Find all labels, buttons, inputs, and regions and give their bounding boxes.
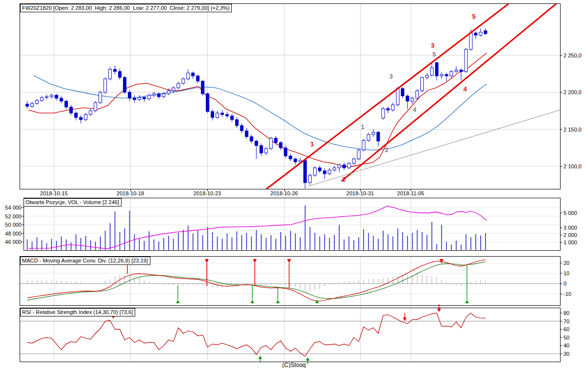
candle-up [30,104,33,106]
rsi-panel-title: RSI - Relative Strength Index (14,30,70)… [20,308,135,316]
copyright-label: (C)Stooq [282,362,306,368]
price-axis-label: 2 250,0 [564,53,582,58]
candle-up [172,88,175,91]
wave-label-gray-1: 1 [361,123,364,131]
rsi-axis-label: 30 [564,351,569,357]
candle-up [167,91,170,94]
buy-arrow-icon [315,300,319,303]
candle-up [104,79,107,92]
candle-up [372,132,375,135]
wave-label-red-2: 2 [342,176,345,183]
candle-up [392,105,394,110]
candle-up [314,168,317,175]
candle-down [196,76,199,81]
rsi-axis-label: 80 [564,310,569,316]
open-interest-axis-label: 54 000 [0,205,22,210]
buy-arrow-icon [250,300,254,303]
candle-down [235,120,238,126]
volume-panel-title: Otwarte Pozycje, VOL - Volume [2 246] [24,198,122,207]
candle-down [55,95,58,98]
candle-down [245,131,248,137]
candle-down [79,117,82,120]
candle-up [147,95,150,99]
candle-up [109,69,112,79]
volume-axis-label: 1 000 [564,239,577,245]
candle-down [250,137,253,141]
candle-up [177,83,180,88]
candle-up [352,159,355,163]
sell-arrow-icon [437,309,441,312]
sell-arrow-icon [440,259,443,263]
wave-label-red-3: 3 [431,42,434,49]
candle-up [333,168,336,170]
candle-up [440,75,443,76]
candle-up [416,91,419,98]
candle-up [94,103,97,111]
candle-down [119,72,122,78]
candle-up [382,108,385,118]
candle-up [469,33,472,49]
candle-down [157,94,160,97]
wave-label-gray-3: 3 [389,73,392,80]
date-axis-label: 2018-10-18 [117,190,144,196]
candlestick-series [26,28,487,188]
candle-down [211,111,214,117]
buy-arrow-icon [306,357,310,361]
candle-down [484,31,487,34]
candle-up [265,149,268,153]
candle-down [284,148,287,156]
candle-down [201,81,204,94]
rsi-axis-label: 60 [564,326,569,332]
candle-up [411,98,414,101]
open-interest-axis-label: 48 000 [0,231,22,237]
date-axis-label: 2018-10-23 [194,190,221,196]
candle-down [435,63,438,76]
candle-down [445,75,448,76]
price-axis-label: 2 100,0 [564,163,582,169]
macd-axis-label: 10 [564,270,569,276]
wave-label-gray-2: 2 [385,146,388,154]
macd-signal-line [27,262,486,300]
candle-down [304,160,307,183]
candle-down [260,146,263,153]
rsi-axis-label: 50 [564,335,569,341]
candle-down [387,108,390,110]
candle-up [465,49,467,71]
candle-down [74,113,77,117]
candle-up [45,97,48,98]
candle-down [60,98,63,101]
candle-down [401,88,404,96]
candle-up [450,72,453,76]
wave-label-red-1: 1 [310,140,314,148]
candle-down [279,143,282,148]
volume-axis-label: 2 000 [564,232,577,238]
candle-up [479,32,482,35]
open-interest-axis-label: 50 000 [0,222,22,228]
candle-down [192,73,195,76]
open-interest-axis-label: 52 000 [0,213,22,219]
main-chart-title: FW20Z1820 [Open: 2 283,00 High: 2 286,00… [20,4,232,12]
candle-down [318,168,321,171]
candle-down [70,107,73,113]
macd-panel-title: MACD - Moving Average Conv. Div. (12,26,… [20,257,150,265]
open-interest-line [28,206,487,249]
macd-panel [27,259,486,303]
price-axis-label: 2 150,0 [564,127,582,132]
candle-down [206,94,209,111]
candle-down [143,98,146,99]
candle-down [289,156,292,159]
candle-up [328,170,331,174]
macd-axis-label: 0 [564,281,566,287]
candle-up [367,134,370,140]
candle-up [430,68,433,75]
candle-down [65,101,68,107]
candle-up [396,88,399,105]
candle-up [338,165,341,168]
wave-label-red-5: 5 [472,13,475,20]
candle-down [230,116,233,120]
candle-down [26,104,29,106]
macd-line [27,260,486,301]
candle-up [89,111,92,115]
buy-arrow-icon [276,300,280,303]
sell-arrow-icon [253,259,257,263]
